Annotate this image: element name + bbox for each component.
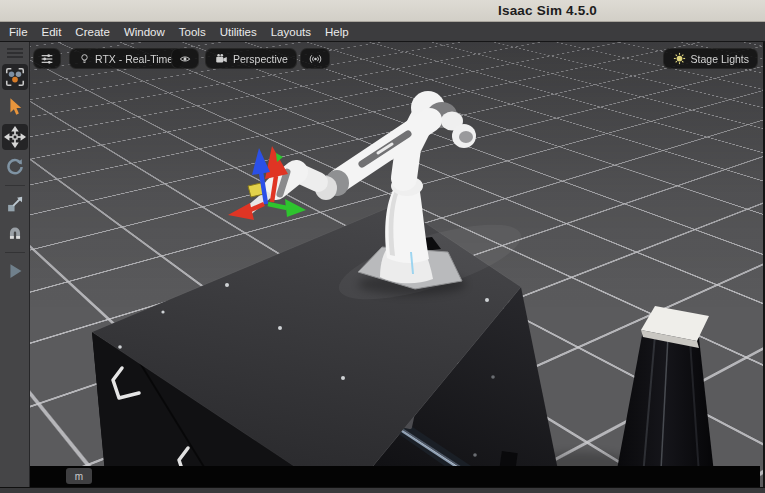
pointer-cursor-icon bbox=[4, 96, 26, 118]
toolbar-separator bbox=[5, 252, 25, 253]
left-toolbar bbox=[0, 42, 30, 487]
rotate-icon bbox=[4, 156, 26, 178]
select-mode-icon bbox=[4, 66, 26, 88]
viewport-3d[interactable]: RTX - Real-Time Perspective bbox=[30, 42, 763, 487]
viewport-settings-button[interactable] bbox=[33, 48, 61, 69]
stage-lights-button[interactable]: Stage Lights bbox=[663, 48, 758, 69]
eye-icon bbox=[177, 52, 193, 66]
camera-label: Perspective bbox=[233, 53, 288, 65]
sliders-icon bbox=[39, 51, 55, 67]
audio-waveform-icon bbox=[307, 52, 324, 66]
toolbar-grip-handle[interactable] bbox=[7, 48, 23, 58]
render-mode-button[interactable]: RTX - Real-Time bbox=[69, 48, 182, 69]
move-icon bbox=[4, 126, 26, 148]
scale-icon bbox=[4, 193, 26, 215]
menubar: File Edit Create Window Tools Utilities … bbox=[0, 22, 765, 42]
menu-item-tools[interactable]: Tools bbox=[172, 26, 213, 38]
magnet-snap-icon bbox=[4, 223, 26, 245]
robot-joint4-ring bbox=[459, 131, 473, 143]
black-pillar[interactable] bbox=[613, 306, 716, 487]
units-chip[interactable]: m bbox=[66, 468, 92, 484]
tool-move-button[interactable] bbox=[2, 124, 28, 150]
tool-pointer-button[interactable] bbox=[2, 94, 28, 120]
menu-item-edit[interactable]: Edit bbox=[35, 26, 69, 38]
menu-item-utilities[interactable]: Utilities bbox=[213, 26, 264, 38]
isaac-sim-window: Isaac Sim 4.5.0 File Edit Create Window … bbox=[0, 0, 765, 493]
camera-button[interactable]: Perspective bbox=[205, 48, 297, 69]
work-table[interactable] bbox=[92, 204, 560, 487]
window-title: Isaac Sim 4.5.0 bbox=[498, 3, 597, 18]
tool-play-button[interactable] bbox=[2, 258, 28, 284]
menu-item-help[interactable]: Help bbox=[318, 26, 356, 38]
window-statusbar bbox=[0, 487, 765, 493]
scene-canvas[interactable] bbox=[30, 42, 763, 487]
lightbulb-icon bbox=[78, 52, 91, 66]
toolbar-separator bbox=[5, 185, 25, 186]
main-area: RTX - Real-Time Perspective bbox=[0, 42, 765, 487]
menu-item-create[interactable]: Create bbox=[68, 26, 117, 38]
gizmo-x-axis[interactable] bbox=[228, 203, 264, 220]
tool-snap-button[interactable] bbox=[2, 221, 28, 247]
render-mode-label: RTX - Real-Time bbox=[95, 53, 173, 65]
play-icon bbox=[4, 260, 26, 282]
menu-item-window[interactable]: Window bbox=[117, 26, 172, 38]
window-titlebar[interactable]: Isaac Sim 4.5.0 bbox=[0, 0, 765, 22]
tool-select-mode-button[interactable] bbox=[2, 64, 28, 90]
stage-lights-sun-icon bbox=[672, 51, 687, 66]
video-camera-icon bbox=[214, 52, 229, 66]
menu-item-layouts[interactable]: Layouts bbox=[264, 26, 318, 38]
viewport-bottom-strip: m bbox=[30, 466, 760, 487]
stage-lights-label: Stage Lights bbox=[691, 53, 749, 65]
tool-rotate-button[interactable] bbox=[2, 154, 28, 180]
visibility-button[interactable] bbox=[171, 48, 199, 69]
tool-scale-button[interactable] bbox=[2, 191, 28, 217]
signal-button[interactable] bbox=[300, 48, 330, 69]
menu-item-file[interactable]: File bbox=[2, 26, 35, 38]
